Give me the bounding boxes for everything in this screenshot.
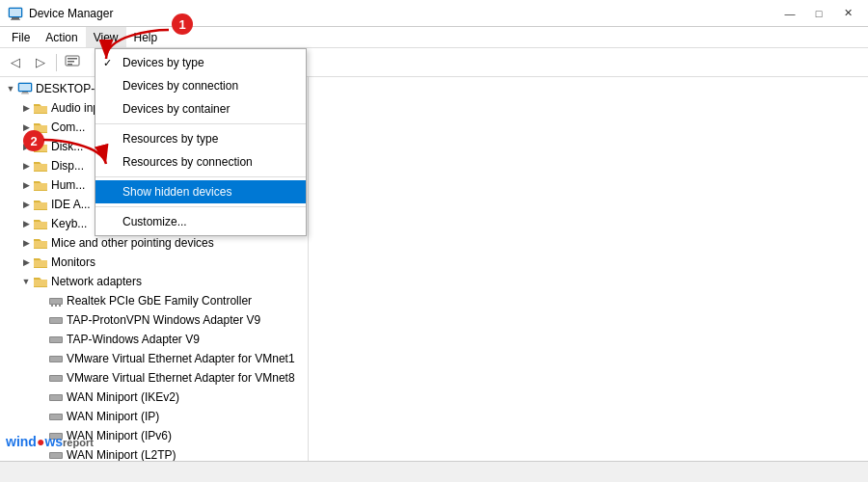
vmnet8-icon bbox=[48, 370, 64, 386]
properties-button[interactable] bbox=[61, 51, 84, 74]
tap-proton-icon bbox=[48, 312, 64, 328]
dropdown-separator-1 bbox=[95, 123, 306, 124]
svg-point-16 bbox=[59, 305, 61, 307]
tree-item-mice[interactable]: ▶ Mice and other pointing devices bbox=[0, 233, 308, 253]
tap-proton-label: TAP-ProtonVPN Windows Adapter V9 bbox=[67, 313, 260, 327]
audio-folder-icon bbox=[33, 100, 48, 116]
dropdown-separator-3 bbox=[95, 206, 306, 207]
keyb-label: Keyb... bbox=[51, 217, 87, 230]
properties-icon bbox=[65, 55, 80, 70]
tap-win-icon bbox=[48, 332, 64, 347]
menu-bar: File Action View Help bbox=[0, 27, 868, 48]
vmnet1-icon bbox=[48, 351, 64, 366]
toolbar-separator-1 bbox=[56, 54, 57, 71]
mice-expand[interactable]: ▶ bbox=[19, 236, 33, 250]
forward-button[interactable]: ▷ bbox=[29, 51, 52, 74]
svg-rect-11 bbox=[21, 94, 29, 94]
window-controls: — □ ✕ bbox=[777, 5, 860, 22]
realtek-label: Realtek PCIe GbE Family Controller bbox=[67, 294, 252, 308]
vmnet1-label: VMware Virtual Ethernet Adapter for VMne… bbox=[67, 352, 295, 365]
dropdown-resources-by-type[interactable]: Resources by type bbox=[95, 127, 306, 150]
network-folder-icon bbox=[33, 274, 48, 289]
tree-item-wan-ip[interactable]: ▶ WAN Miniport (IP) bbox=[0, 407, 308, 426]
ide-expand[interactable]: ▶ bbox=[19, 198, 33, 211]
dropdown-devices-by-container[interactable]: Devices by container bbox=[95, 97, 306, 120]
watermark: wind●wsreport bbox=[0, 424, 99, 459]
disp-label: Disp... bbox=[51, 159, 84, 173]
svg-rect-18 bbox=[50, 318, 62, 323]
network-label: Network adapters bbox=[51, 275, 142, 288]
network-expand[interactable]: ▼ bbox=[19, 275, 33, 288]
svg-point-15 bbox=[55, 305, 57, 307]
view-dropdown-menu: ✓ Devices by type Devices by connection … bbox=[95, 48, 307, 236]
svg-rect-20 bbox=[50, 337, 62, 342]
svg-rect-9 bbox=[19, 84, 31, 91]
tree-item-wan-ikev2[interactable]: ▶ WAN Miniport (IKEv2) bbox=[0, 388, 308, 407]
vmnet8-label: VMware Virtual Ethernet Adapter for VMne… bbox=[67, 371, 295, 385]
menu-action[interactable]: Action bbox=[38, 27, 85, 47]
menu-file[interactable]: File bbox=[4, 27, 38, 47]
menu-view[interactable]: View bbox=[86, 27, 126, 47]
svg-rect-3 bbox=[10, 9, 21, 16]
hum-folder-icon bbox=[33, 177, 48, 193]
wan-ikev2-icon bbox=[48, 389, 64, 405]
dropdown-show-hidden-devices[interactable]: Show hidden devices bbox=[95, 180, 306, 203]
svg-rect-1 bbox=[12, 17, 19, 19]
realtek-device-icon bbox=[48, 293, 64, 308]
svg-rect-2 bbox=[11, 19, 20, 20]
tree-item-tap-win[interactable]: ▶ TAP-Windows Adapter V9 bbox=[0, 330, 308, 349]
tree-item-vmware-vmnet8[interactable]: ▶ VMware Virtual Ethernet Adapter for VM… bbox=[0, 368, 308, 388]
disp-expand[interactable]: ▶ bbox=[19, 159, 33, 173]
badge-1: 1 bbox=[172, 13, 193, 35]
svg-rect-5 bbox=[68, 58, 77, 60]
title-bar-left: Device Manager bbox=[8, 6, 113, 21]
tap-win-label: TAP-Windows Adapter V9 bbox=[67, 333, 200, 346]
svg-point-14 bbox=[51, 305, 53, 307]
dropdown-devices-by-type[interactable]: ✓ Devices by type bbox=[95, 51, 306, 74]
ide-label: IDE A... bbox=[51, 198, 91, 211]
right-panel bbox=[309, 77, 868, 482]
app-icon bbox=[8, 6, 23, 21]
tree-item-realtek[interactable]: ▶ Realtek PCIe GbE Family Controller bbox=[0, 291, 308, 310]
disp-folder-icon bbox=[33, 158, 48, 174]
back-button[interactable]: ◁ bbox=[4, 51, 27, 74]
maximize-button[interactable]: □ bbox=[806, 5, 831, 22]
dropdown-separator-2 bbox=[95, 176, 306, 177]
tree-item-network[interactable]: ▼ Network adapters bbox=[0, 272, 308, 291]
status-bar bbox=[0, 461, 868, 482]
wan-ikev2-label: WAN Miniport (IKEv2) bbox=[67, 390, 179, 404]
menu-help[interactable]: Help bbox=[126, 27, 166, 47]
com-label: Com... bbox=[51, 120, 85, 134]
tree-item-vmware-vmnet1[interactable]: ▶ VMware Virtual Ethernet Adapter for VM… bbox=[0, 349, 308, 368]
keyb-expand[interactable]: ▶ bbox=[19, 217, 33, 230]
computer-icon bbox=[17, 81, 33, 96]
title-bar: Device Manager — □ ✕ bbox=[0, 0, 868, 27]
tree-item-tap-proton[interactable]: ▶ TAP-ProtonVPN Windows Adapter V9 bbox=[0, 310, 308, 330]
monitors-folder-icon bbox=[33, 254, 48, 270]
mice-label: Mice and other pointing devices bbox=[51, 236, 214, 250]
svg-rect-13 bbox=[50, 299, 62, 304]
dropdown-devices-by-connection[interactable]: Devices by connection bbox=[95, 74, 306, 97]
dropdown-resources-by-connection[interactable]: Resources by connection bbox=[95, 150, 306, 174]
watermark-text: wind●wsreport bbox=[6, 434, 94, 449]
wan-ip-label: WAN Miniport (IP) bbox=[67, 410, 159, 423]
monitors-label: Monitors bbox=[51, 255, 95, 269]
tree-item-monitors[interactable]: ▶ Monitors bbox=[0, 253, 308, 272]
svg-rect-24 bbox=[50, 376, 62, 381]
disk-label: Disk... bbox=[51, 140, 83, 153]
svg-rect-26 bbox=[50, 395, 62, 400]
svg-rect-6 bbox=[68, 61, 74, 63]
hum-label: Hum... bbox=[51, 178, 85, 192]
hum-expand[interactable]: ▶ bbox=[19, 178, 33, 192]
dropdown-customize[interactable]: Customize... bbox=[95, 210, 306, 233]
window-title: Device Manager bbox=[29, 7, 113, 20]
svg-rect-22 bbox=[50, 357, 62, 362]
monitors-expand[interactable]: ▶ bbox=[19, 255, 33, 269]
root-expand[interactable]: ▼ bbox=[4, 82, 17, 95]
audio-expand[interactable]: ▶ bbox=[19, 101, 33, 115]
badge-2: 2 bbox=[23, 130, 44, 151]
close-button[interactable]: ✕ bbox=[835, 5, 860, 22]
svg-rect-7 bbox=[68, 64, 72, 66]
minimize-button[interactable]: — bbox=[777, 5, 802, 22]
ide-folder-icon bbox=[33, 197, 48, 212]
